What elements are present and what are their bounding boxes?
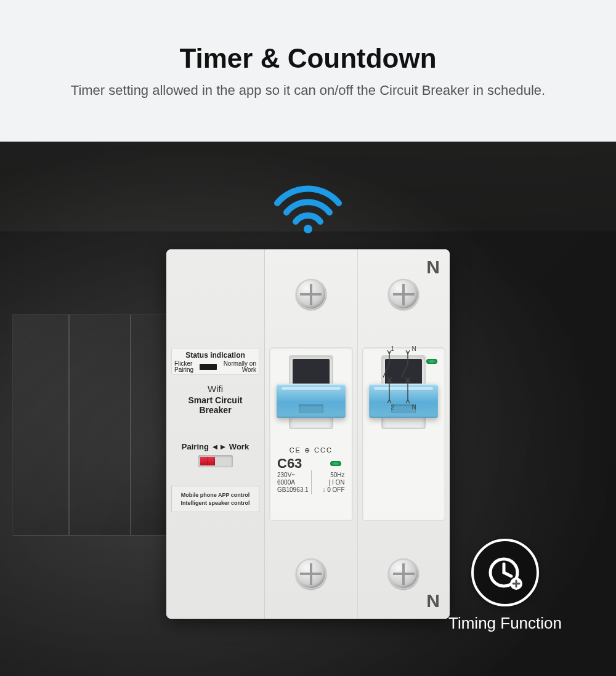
breaker-pole-2: N <box>357 249 450 619</box>
wifi-icon <box>271 179 345 234</box>
status-indication-box: Status indication Flicker Pairing Normal… <box>171 348 259 375</box>
status-led-icon <box>330 461 341 466</box>
svg-line-21 <box>504 573 511 576</box>
timing-function-label: Timing Function <box>448 614 562 633</box>
page-subtitle: Timer setting allowed in the app so it c… <box>71 82 545 99</box>
page-title: Timer & Countdown <box>179 43 436 74</box>
neutral-label-bottom: N <box>426 590 440 611</box>
diagram-terminal-2n: N <box>412 404 416 411</box>
diagram-terminal-1n: N <box>412 345 416 352</box>
pairing-work-label: Pairing ◄► Work <box>171 442 259 451</box>
status-title: Status indication <box>174 351 256 360</box>
svg-line-15 <box>387 400 389 403</box>
wifi-module-panel: Status indication Flicker Pairing Normal… <box>166 249 265 619</box>
status-led-slot <box>200 364 217 370</box>
diagram-terminal-1: 1 <box>391 345 395 352</box>
spec-on: | I ON <box>311 479 345 486</box>
status-led-icon <box>426 359 437 364</box>
terminal-screw-icon <box>388 279 419 310</box>
neutral-label-top: N <box>426 257 440 278</box>
wiring-diagram: 1 N 2 N <box>374 343 444 412</box>
circuit-breaker-device: Status indication Flicker Pairing Normal… <box>166 249 450 619</box>
status-pairing-label: Pairing <box>174 367 193 373</box>
pairing-mode-switch[interactable] <box>198 455 233 467</box>
diagram-terminal-2: 2 <box>391 404 395 411</box>
spec-voltage: 230V~ <box>277 472 311 478</box>
terminal-screw-icon <box>296 279 326 310</box>
breaker-pole-1: CE ⊕ CCC C63 230V~ 50Hz 6000A | I ON GB1… <box>265 249 357 619</box>
spec-off: ↓ 0 OFF <box>311 486 345 493</box>
hero-image: Status indication Flicker Pairing Normal… <box>0 142 616 676</box>
status-work-label: Work <box>224 367 256 373</box>
timer-plus-icon <box>471 539 539 606</box>
svg-line-17 <box>406 400 408 403</box>
svg-point-0 <box>304 225 312 233</box>
app-control-label: Mobile phone APP control <box>176 491 255 499</box>
spec-breaking: 6000A <box>277 479 311 486</box>
terminal-screw-icon <box>388 558 419 589</box>
product-name-label: Smart Circuit Breaker <box>171 395 259 415</box>
speaker-control-label: Intelligent speaker control <box>176 499 255 507</box>
svg-line-16 <box>389 400 391 403</box>
terminal-screw-icon <box>296 558 326 589</box>
wifi-text-label: Wifi <box>171 384 259 394</box>
model-label: C63 <box>277 456 302 472</box>
spec-freq: 50Hz <box>311 472 345 478</box>
breaker-toggle-1[interactable] <box>289 355 333 429</box>
pole-2-faceplate: 1 N 2 N <box>363 348 445 520</box>
svg-line-3 <box>383 364 389 377</box>
spec-standard: GB10963.1 <box>277 486 311 493</box>
svg-line-18 <box>408 400 410 403</box>
control-methods-box: Mobile phone APP control Intelligent spe… <box>171 486 259 512</box>
certification-marks: CE ⊕ CCC <box>275 446 347 454</box>
timing-function-badge: Timing Function <box>448 539 562 633</box>
breaker-module-panel: CE ⊕ CCC C63 230V~ 50Hz 6000A | I ON GB1… <box>265 249 450 619</box>
pole-1-faceplate: CE ⊕ CCC C63 230V~ 50Hz 6000A | I ON GB1… <box>270 348 352 520</box>
svg-line-4 <box>402 364 408 377</box>
